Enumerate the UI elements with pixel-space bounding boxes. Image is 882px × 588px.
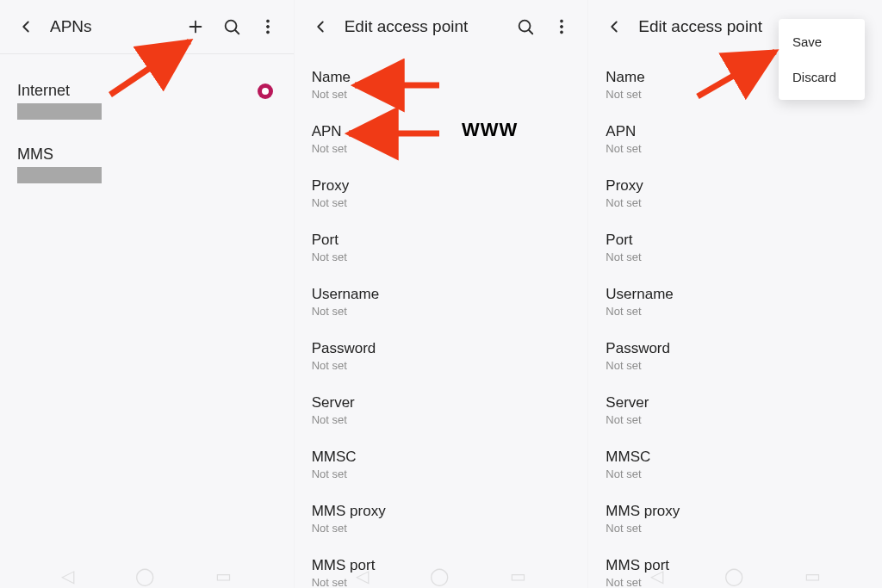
svg-point-2 [225,21,236,32]
apn-detail-redacted [17,167,102,183]
overflow-menu: Save Discard [779,19,865,100]
setting-password[interactable]: PasswordNot set [295,330,588,384]
apn-radio-selected[interactable] [258,84,273,99]
setting-mmsc[interactable]: MMSCNot set [295,438,588,492]
setting-value: Not set [606,142,865,155]
setting-value: Not set [606,359,865,372]
page-title: Edit access point [345,17,469,36]
svg-point-9 [561,20,563,22]
screen-edit-apn-menu: Edit access point NameNot setAPNNot setP… [588,0,882,588]
setting-value: Not set [606,305,865,318]
setting-label: Server [606,394,865,412]
setting-username[interactable]: UsernameNot set [588,275,882,330]
setting-label: Proxy [606,177,865,195]
setting-label: Username [606,286,865,303]
setting-port[interactable]: PortNot set [588,221,882,275]
setting-label: Username [312,286,571,303]
android-navbar: ◁◯▭ [588,566,882,588]
setting-proxy[interactable]: ProxyNot set [295,167,588,221]
setting-value: Not set [606,467,865,480]
back-icon[interactable] [308,15,332,39]
apn-name: Internet [17,82,258,100]
setting-label: APN [606,123,865,140]
setting-value: Not set [606,413,865,426]
setting-label: Name [312,69,571,86]
setting-mms-proxy[interactable]: MMS proxyNot set [295,492,588,547]
apn-item-mms[interactable]: MMS [17,137,276,201]
svg-line-3 [235,30,239,34]
back-icon[interactable] [602,15,626,39]
setting-password[interactable]: PasswordNot set [588,330,882,384]
setting-mms-proxy[interactable]: MMS proxyNot set [588,492,882,547]
menu-item-save[interactable]: Save [779,24,865,59]
setting-value: Not set [312,467,571,480]
setting-label: MMSC [312,449,571,466]
setting-apn[interactable]: APNNot set [588,113,882,167]
search-icon[interactable] [513,15,537,39]
setting-label: MMS proxy [606,503,865,520]
android-navbar: ◁◯▭ [295,566,588,588]
svg-point-11 [561,31,563,34]
setting-label: MMSC [606,449,865,466]
apn-name: MMS [17,145,276,164]
menu-item-discard[interactable]: Discard [779,59,865,95]
setting-mmsc[interactable]: MMSCNot set [588,438,882,492]
more-icon[interactable] [550,15,574,39]
svg-point-10 [561,26,563,28]
setting-proxy[interactable]: ProxyNot set [588,167,882,221]
setting-username[interactable]: UsernameNot set [295,275,588,330]
setting-value: Not set [606,196,865,209]
setting-value: Not set [312,305,571,318]
search-icon[interactable] [220,15,244,39]
svg-point-7 [519,21,531,32]
setting-name[interactable]: NameNot set [295,59,588,113]
setting-value: Not set [312,522,571,535]
setting-server[interactable]: ServerNot set [588,384,882,438]
setting-label: Password [606,340,865,357]
setting-label: Server [312,394,571,412]
setting-value: Not set [312,88,571,101]
setting-apn[interactable]: APNNot set [295,113,588,167]
setting-port[interactable]: PortNot set [295,221,588,275]
setting-value: Not set [312,196,571,209]
more-icon[interactable] [256,15,280,39]
topbar: Edit access point [295,0,588,53]
settings-list: NameNot setAPNNot setProxyNot setPortNot… [295,53,588,588]
setting-value: Not set [312,413,571,426]
page-title: Edit access point [638,17,762,36]
setting-label: Password [312,340,571,357]
apn-list: Internet MMS [0,54,294,220]
setting-label: APN [312,123,571,140]
setting-label: Port [312,232,571,249]
android-navbar: ◁◯▭ [0,566,294,588]
setting-label: Port [606,232,865,249]
topbar: APNs [0,0,294,53]
setting-server[interactable]: ServerNot set [295,384,588,438]
add-icon[interactable] [183,15,208,39]
page-title: APNs [50,17,92,36]
setting-label: MMS proxy [312,503,571,520]
setting-value: Not set [312,251,571,263]
svg-point-5 [266,26,269,28]
svg-line-8 [530,30,533,34]
settings-list: NameNot setAPNNot setProxyNot setPortNot… [588,53,882,588]
screen-apn-list: APNs Internet MMS [0,0,295,588]
setting-value: Not set [312,142,571,155]
apn-detail-redacted [17,103,102,120]
back-icon[interactable] [14,15,38,39]
setting-value: Not set [606,251,865,263]
setting-value: Not set [606,522,865,535]
apn-item-internet[interactable]: Internet [17,73,276,137]
svg-point-6 [266,31,269,34]
setting-value: Not set [312,359,571,372]
screen-edit-apn: Edit access point NameNot setAPNNot setP… [295,0,589,588]
svg-point-4 [266,20,269,22]
setting-label: Proxy [312,177,571,195]
